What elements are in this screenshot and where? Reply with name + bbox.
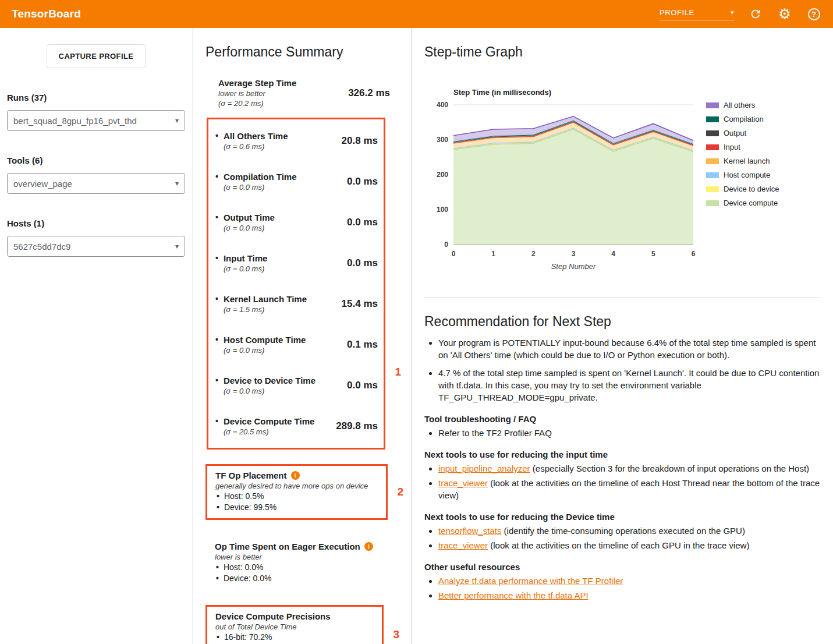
runs-field: Runs (37) bert_squad_8gpu_fp16_pvt_thd ▾	[7, 93, 185, 131]
svg-text:400: 400	[437, 101, 448, 109]
hosts-select-value: 5627c5dd7dc9	[13, 242, 70, 252]
tools-field: Tools (6) overview_page ▾	[7, 155, 185, 194]
svg-text:5: 5	[651, 250, 655, 258]
precisions-title: Device Compute Precisions	[215, 611, 331, 622]
annotation-number-2: 2	[397, 486, 403, 498]
chevron-down-icon: ▾	[175, 242, 179, 250]
bullet: •	[215, 130, 218, 151]
bullet: •	[215, 212, 218, 233]
info-icon[interactable]: i	[364, 542, 373, 551]
recommendation-item: input_pipeline_analyzer (especially Sect…	[438, 462, 820, 475]
view-selector-value: PROFILE	[660, 8, 694, 17]
recommendation-item: Better performance with the tf.data API	[438, 589, 820, 601]
capture-profile-button[interactable]: CAPTURE PROFILE	[47, 44, 146, 68]
trace-viewer-link[interactable]: trace_viewer	[438, 540, 488, 550]
svg-text:0: 0	[452, 250, 456, 258]
svg-text:6: 6	[692, 250, 696, 258]
tfdata-api-link[interactable]: Better performance with the tf.data API	[438, 590, 589, 600]
chart-title: Step Time (in milliseconds)	[453, 88, 700, 97]
tf-op-placement-device: Device: 99.5%	[224, 502, 277, 513]
eager-execution-section: Op Time Spent on Eager Execution i lower…	[205, 541, 398, 584]
legend-swatch	[706, 144, 719, 150]
metric-row: • Compilation Time (σ = 0.0 ms) 0.0 ms	[208, 161, 384, 202]
view-selector-dropdown[interactable]: PROFILE ▾	[660, 8, 734, 20]
legend-swatch	[706, 116, 719, 122]
metric-name: Average Step Time	[218, 77, 296, 89]
svg-text:3: 3	[572, 250, 576, 258]
svg-text:200: 200	[437, 171, 448, 179]
average-step-time-row: Average Step Time lower is better (σ = 2…	[205, 77, 398, 108]
legend-item: All others	[706, 101, 779, 109]
topbar: TensorBoard PROFILE ▾ ⚙ ?	[0, 0, 833, 28]
recommendation-section: Recommendation for Next Step Your progra…	[424, 314, 820, 644]
svg-text:4: 4	[611, 250, 615, 258]
metric-row: • All Others Time (σ = 0.6 ms) 20.8 ms	[208, 121, 384, 161]
svg-text:100: 100	[437, 206, 448, 214]
refresh-icon[interactable]	[748, 6, 763, 22]
right-panel: Step-time Graph Step Time (in millisecon…	[412, 28, 833, 644]
legend-swatch	[706, 172, 719, 178]
app-title: TensorBoard	[12, 8, 81, 20]
chart-legend: All others Compilation Output Input Kern…	[706, 101, 779, 275]
gear-icon[interactable]: ⚙	[777, 6, 792, 22]
precisions-note: out of Total Device Time	[215, 622, 375, 632]
hosts-select[interactable]: 5627c5dd7dc9 ▾	[7, 236, 185, 257]
trace-viewer-link[interactable]: trace_viewer	[438, 478, 488, 488]
legend-item: Device to device	[706, 185, 779, 193]
runs-select-value: bert_squad_8gpu_fp16_pvt_thd	[13, 116, 137, 126]
performance-summary-title: Performance Summary	[205, 44, 398, 60]
step-time-graph-title: Step-time Graph	[424, 44, 820, 60]
bullet: •	[216, 573, 219, 584]
tools-select[interactable]: overview_page ▾	[7, 173, 185, 194]
legend-swatch	[706, 158, 719, 164]
recommendation-bullet: Your program is POTENTIALLY input-bound …	[438, 337, 820, 361]
recommendation-item: tensorflow_stats (identify the time-cons…	[438, 525, 820, 537]
tensorflow-stats-link[interactable]: tensorflow_stats	[438, 526, 501, 536]
eager-host: Host: 0.0%	[224, 562, 263, 573]
input-pipeline-analyzer-link[interactable]: input_pipeline_analyzer	[438, 463, 530, 473]
svg-text:1: 1	[491, 250, 495, 258]
legend-swatch	[706, 130, 719, 136]
annotation-box-2: TF Op Placement i generally desired to h…	[205, 464, 388, 520]
hosts-label: Hosts (1)	[7, 218, 185, 228]
tf-op-placement-host: Host: 0.5%	[224, 491, 264, 502]
legend-item: Input	[706, 143, 779, 151]
bullet: •	[217, 491, 219, 502]
tools-select-value: overview_page	[13, 179, 72, 189]
metric-row: • Device to Device Time (σ = 0.0 ms) 0.0…	[208, 365, 384, 406]
svg-text:Step Number: Step Number	[551, 262, 596, 271]
bullet: •	[215, 293, 218, 314]
metric-value: 326.2 ms	[348, 87, 390, 99]
metric-row: • Host Compute Time (σ = 0.0 ms) 0.1 ms	[208, 324, 384, 365]
svg-text:300: 300	[437, 136, 448, 144]
legend-item: Kernel launch	[706, 157, 779, 165]
legend-item: Compilation	[706, 115, 779, 123]
performance-summary-panel: Performance Summary Average Step Time lo…	[193, 28, 412, 644]
bullet: •	[215, 375, 218, 396]
metric-row: • Output Time (σ = 0.0 ms) 0.0 ms	[208, 202, 384, 243]
annotation-number-3: 3	[393, 628, 399, 641]
recommendation-item: Refer to the TF2 Profiler FAQ	[438, 427, 820, 439]
legend-item: Host compute	[706, 171, 779, 179]
bullet: •	[217, 632, 219, 643]
runs-label: Runs (37)	[7, 93, 185, 102]
legend-item: Device compute	[706, 199, 779, 207]
tf-op-placement-title: TF Op Placement	[215, 470, 287, 481]
tfdata-performance-link[interactable]: Analyze tf.data performance with the TF …	[438, 576, 623, 586]
recommendation-item: Analyze tf.data performance with the TF …	[438, 575, 820, 587]
annotation-box-3: Device Compute Precisions out of Total D…	[205, 605, 384, 644]
runs-select[interactable]: bert_squad_8gpu_fp16_pvt_thd ▾	[7, 110, 185, 131]
legend-swatch	[706, 186, 719, 192]
recommendation-title: Recommendation for Next Step	[424, 314, 820, 330]
svg-text:2: 2	[531, 250, 536, 258]
info-icon[interactable]: i	[291, 471, 300, 480]
help-icon[interactable]: ?	[806, 6, 821, 22]
hosts-field: Hosts (1) 5627c5dd7dc9 ▾	[7, 218, 185, 257]
tf-op-placement-note: generally desired to have more ops on de…	[215, 481, 379, 491]
eager-device: Device: 0.0%	[224, 573, 271, 584]
legend-item: Output	[706, 129, 779, 137]
recommendation-item: trace_viewer (look at the activities on …	[438, 477, 820, 501]
section-heading: Next tools to use for reducing the input…	[424, 450, 820, 459]
recommendation-item: trace_viewer (look at the activities on …	[438, 539, 820, 551]
bullet: •	[215, 253, 218, 274]
